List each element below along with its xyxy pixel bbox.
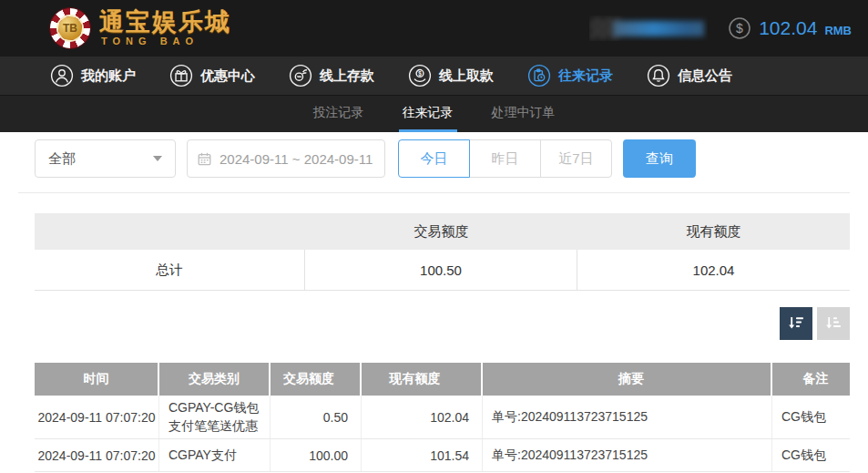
- nav-label: 线上存款: [320, 67, 374, 85]
- nav-label: 线上取款: [439, 67, 494, 85]
- chevron-down-icon: [153, 156, 162, 161]
- summary-header-row: 交易额度 现有额度: [35, 213, 850, 250]
- date-range-input[interactable]: 2024-09-11 ~ 2024-09-11: [187, 139, 385, 178]
- quick-range-yesterday[interactable]: 昨日: [469, 139, 541, 178]
- nav-label: 优惠中心: [200, 67, 255, 85]
- records-header-remark: 备注: [772, 363, 850, 396]
- username-redacted: [589, 15, 708, 41]
- table-row: 2024-09-11 07:07:20 CGPAY-CG钱包支付笔笔送优惠 0.…: [35, 396, 850, 439]
- topbar-right: $ 102.04 RMB: [589, 15, 852, 41]
- sort-ascending-button[interactable]: [817, 307, 850, 340]
- date-range-value: 2024-09-11 ~ 2024-09-11: [220, 151, 373, 167]
- cell-amount: 0.50: [271, 396, 362, 438]
- sort-ascending-icon: [824, 314, 842, 333]
- nav-item-my-account[interactable]: 我的账户: [50, 64, 136, 87]
- quick-range-today[interactable]: 今日: [398, 139, 470, 178]
- cell-time: 2024-09-11 07:07:20: [35, 396, 159, 438]
- quick-range-group: 今日 昨日 近7日: [398, 139, 612, 178]
- cell-balance: 102.04: [362, 396, 483, 438]
- records-header-summary: 摘要: [483, 363, 772, 396]
- cell-balance: 101.54: [362, 439, 483, 471]
- section-divider: [18, 192, 850, 193]
- user-icon: [50, 64, 74, 87]
- logo-title: 通宝娱乐城: [99, 10, 231, 35]
- cell-type: CGPAY-CG钱包支付笔笔送优惠: [159, 396, 271, 438]
- svg-text:$: $: [736, 21, 743, 36]
- records-icon: [527, 64, 551, 87]
- main-nav: 我的账户 优惠中心 线上存款 $ 线上取款: [0, 57, 868, 96]
- summary-total-row: 总计 100.50 102.04: [35, 250, 850, 291]
- table-row: 2024-09-11 07:07:20 CGPAY支付 100.00 101.5…: [35, 439, 850, 472]
- tab-betting-records[interactable]: 投注记录: [310, 96, 368, 132]
- records-table: 时间 交易类别 交易额度 现有额度 摘要 备注 2024-09-11 07:07…: [35, 363, 850, 472]
- nav-item-announcements[interactable]: 信息公告: [647, 64, 732, 87]
- cell-summary: 单号:202409113723715125: [483, 396, 772, 438]
- poker-chip-icon: TB: [50, 8, 90, 48]
- gift-icon: [169, 64, 193, 87]
- cell-amount: 100.00: [271, 439, 362, 471]
- summary-transaction-total: 100.50: [305, 250, 577, 290]
- nav-label: 往来记录: [558, 67, 613, 85]
- dollar-circle-icon: $: [728, 16, 751, 40]
- cell-time: 2024-09-11 07:07:20: [35, 439, 159, 471]
- sub-nav: 投注记录 往来记录 处理中订单: [0, 96, 868, 132]
- records-header-row: 时间 交易类别 交易额度 现有额度 摘要 备注: [35, 363, 850, 396]
- balance-display[interactable]: $ 102.04 RMB: [728, 16, 852, 40]
- cell-summary: 单号:202409113723715125: [483, 439, 772, 471]
- records-header-type: 交易类别: [159, 363, 271, 396]
- cell-remark: CG钱包: [772, 439, 850, 471]
- nav-item-promotions[interactable]: 优惠中心: [169, 64, 255, 87]
- type-select[interactable]: 全部: [35, 139, 176, 178]
- logo-subtitle: TONG BAO: [99, 36, 231, 46]
- content-area: 全部 2024-09-11 ~ 2024-09-11 今日 昨日 近7日 查询: [0, 139, 868, 472]
- tab-processing-orders[interactable]: 处理中订单: [488, 96, 559, 132]
- sort-descending-icon: [787, 314, 805, 333]
- nav-item-withdraw[interactable]: $ 线上取款: [408, 64, 494, 87]
- bell-icon: [647, 64, 670, 87]
- records-header-time: 时间: [35, 363, 159, 396]
- search-button[interactable]: 查询: [623, 139, 696, 178]
- summary-current-balance: 102.04: [577, 250, 850, 290]
- quick-range-last7days[interactable]: 近7日: [540, 139, 612, 178]
- nav-item-deposit[interactable]: 线上存款: [289, 64, 374, 87]
- balance-currency: RMB: [824, 24, 852, 37]
- nav-item-transaction-records[interactable]: 往来记录: [527, 64, 613, 87]
- site-logo[interactable]: TB 通宝娱乐城 TONG BAO: [50, 8, 231, 48]
- filter-row: 全部 2024-09-11 ~ 2024-09-11 今日 昨日 近7日 查询: [35, 139, 850, 178]
- nav-label: 信息公告: [678, 67, 732, 85]
- chip-label: TB: [58, 16, 82, 40]
- summary-header-transaction-amount: 交易额度: [305, 223, 577, 241]
- summary-total-label: 总计: [35, 250, 305, 290]
- summary-table: 交易额度 现有额度 总计 100.50 102.04: [35, 213, 850, 291]
- tab-transaction-records[interactable]: 往来记录: [399, 96, 457, 132]
- deposit-icon: [289, 64, 312, 87]
- svg-text:$: $: [418, 70, 422, 77]
- blur-block: [613, 21, 704, 36]
- sort-descending-button[interactable]: [780, 307, 812, 340]
- records-header-balance: 现有额度: [362, 363, 483, 396]
- cell-type: CGPAY支付: [159, 439, 271, 471]
- cell-remark: CG钱包: [772, 396, 850, 438]
- top-bar: TB 通宝娱乐城 TONG BAO $ 102.04 RMB: [0, 0, 868, 57]
- sort-controls: [18, 307, 850, 340]
- type-select-value: 全部: [48, 150, 76, 168]
- withdraw-icon: $: [408, 64, 432, 87]
- balance-amount: 102.04: [759, 17, 817, 39]
- summary-header-current-balance: 现有额度: [577, 223, 850, 241]
- records-header-amount: 交易额度: [271, 363, 362, 396]
- nav-label: 我的账户: [81, 67, 136, 85]
- logo-text: 通宝娱乐城 TONG BAO: [99, 10, 231, 46]
- calendar-icon: [197, 151, 212, 167]
